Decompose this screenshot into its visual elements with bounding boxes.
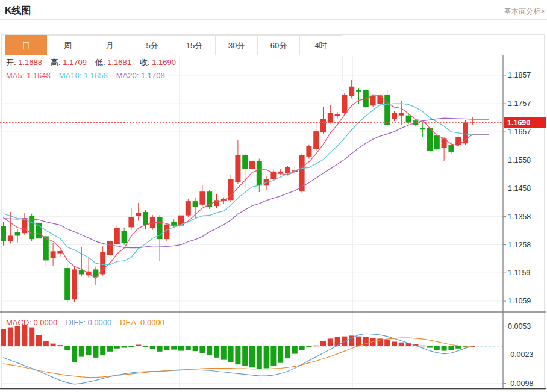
- macd-bar: [242, 346, 248, 366]
- candle-body: [143, 212, 148, 225]
- candle-body: [399, 113, 404, 116]
- macd-axis-label: -0.0023: [508, 350, 533, 359]
- macd-bar: [114, 346, 120, 349]
- price-axis-label: 1.1657: [508, 128, 531, 136]
- macd-bar: [442, 346, 447, 351]
- price-axis-label: 1.1358: [508, 213, 531, 221]
- macd-bar: [164, 346, 169, 350]
- candle-body: [122, 231, 127, 243]
- macd-bar: [455, 346, 461, 349]
- candle-body: [171, 222, 177, 226]
- candle-body: [64, 268, 70, 300]
- candle-body: [356, 90, 361, 91]
- macd-bar: [15, 326, 20, 346]
- kline-widget: K线图 基本面分析> 日周月5分15分30分60分4时 开: 1.1688高: …: [0, 0, 547, 392]
- price-axis-label: 1.1258: [508, 241, 531, 249]
- macd-bar: [51, 344, 56, 346]
- candle-body: [384, 95, 390, 125]
- candle-body: [235, 155, 240, 182]
- macd-bar: [399, 343, 404, 346]
- price-axis-label: 1.1757: [508, 99, 531, 108]
- candle-body: [249, 161, 255, 169]
- macd-bar: [43, 341, 49, 346]
- candle-body: [448, 145, 454, 152]
- candle-body: [278, 172, 283, 173]
- macd-bar: [285, 346, 290, 358]
- candle-body: [199, 191, 205, 205]
- macd-bar: [292, 346, 298, 354]
- candle-body: [8, 236, 13, 241]
- macd-bar: [235, 346, 240, 364]
- price-axis-label: 1.1857: [508, 71, 531, 79]
- macd-bar: [36, 335, 42, 346]
- macd-bar: [363, 337, 369, 346]
- macd-bar: [29, 328, 34, 346]
- macd-bar: [320, 341, 326, 346]
- macd-bar: [199, 346, 205, 353]
- macd-bar: [278, 346, 283, 363]
- candle-body: [328, 113, 333, 122]
- macd-bar: [356, 337, 361, 346]
- macd-bar: [57, 345, 63, 346]
- candle-body: [128, 217, 134, 227]
- macd-bar: [150, 346, 155, 349]
- candle-body: [136, 213, 141, 216]
- macd-bar: [214, 346, 219, 358]
- macd-axis-label: 0.0053: [508, 322, 531, 331]
- macd-bar: [448, 346, 454, 350]
- macd-bar: [270, 346, 276, 366]
- macd-bar: [228, 346, 234, 362]
- macd-bar: [434, 346, 440, 350]
- macd-axis-label: -0.0098: [508, 379, 533, 388]
- candle-body: [377, 95, 383, 104]
- macd-bar: [64, 346, 70, 350]
- candle-body: [15, 232, 20, 236]
- candle-body: [420, 128, 425, 129]
- candle-body: [164, 225, 169, 239]
- macd-bar: [100, 346, 105, 355]
- macd-bar: [299, 346, 305, 350]
- candle-body: [72, 269, 77, 299]
- macd-bar: [93, 346, 98, 358]
- macd-bar: [427, 346, 433, 348]
- macd-bar: [1, 329, 6, 346]
- macd-bar: [122, 346, 127, 348]
- ma20-line: [4, 118, 490, 248]
- macd-bar: [257, 346, 262, 369]
- candle-body: [335, 114, 340, 116]
- candle-body: [427, 128, 433, 151]
- macd-bar: [392, 341, 397, 346]
- candle-body: [242, 155, 248, 169]
- candlestick-chart-area[interactable]: 1.18571.17571.16571.15581.14581.13581.12…: [0, 0, 547, 392]
- candle-body: [370, 96, 376, 105]
- candle-body: [320, 119, 326, 132]
- macd-bar: [171, 346, 177, 350]
- macd-bar: [313, 346, 319, 346]
- macd-bar: [420, 346, 425, 346]
- candle-body: [306, 146, 311, 157]
- macd-bar: [86, 346, 92, 355]
- macd-bar: [249, 346, 255, 367]
- candle-body: [455, 137, 461, 145]
- candle-body: [257, 161, 262, 185]
- candle-body: [193, 201, 198, 207]
- ma10-line: [4, 104, 490, 265]
- candle-body: [43, 236, 49, 260]
- macd-bar: [72, 346, 77, 362]
- candle-body: [313, 131, 319, 149]
- candle-body: [107, 241, 113, 255]
- macd-bar: [264, 346, 269, 368]
- macd-bar: [143, 346, 148, 347]
- macd-bar: [136, 344, 141, 346]
- candle-body: [299, 155, 305, 191]
- macd-bar: [157, 346, 163, 352]
- candle-body: [51, 251, 56, 258]
- macd-bar: [384, 340, 390, 346]
- candle-body: [186, 201, 191, 216]
- macd-bar: [306, 346, 311, 347]
- candle-body: [1, 226, 6, 241]
- macd-bar: [328, 338, 333, 346]
- candle-body: [349, 87, 354, 96]
- macd-bar: [178, 346, 184, 351]
- macd-bar: [186, 346, 191, 350]
